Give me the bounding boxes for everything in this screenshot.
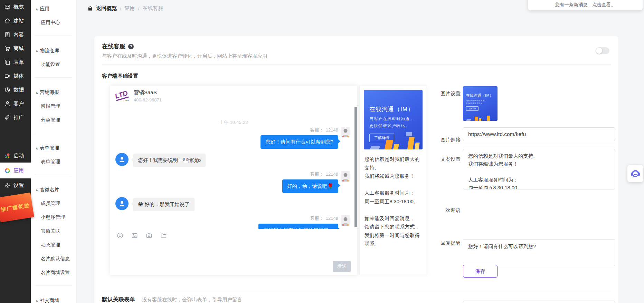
chat-message-agent: 客服：12148 已经很久没有收到您的消息了， [115, 215, 350, 229]
sidebar-item-label: 概览 [13, 4, 24, 10]
agent-bubble: 好的，亲，请说吧🌹 [282, 179, 338, 193]
chevron-up-icon: ∧ [36, 49, 38, 53]
sidebar-item-forms[interactable]: 表单 [0, 55, 31, 69]
image-setting-thumbnail[interactable]: 在线沟通（IM） 与客户在线即时沟通， 更快促进客户转化。 了解详情 [463, 86, 498, 121]
submenu-item-function-settings[interactable]: 功能设置 [31, 57, 76, 71]
sidebar-item-promotion[interactable]: 推广 [0, 110, 31, 124]
default-form-title: 默认关联表单 [102, 296, 135, 303]
primary-sidebar: 概览 建站 内容 商城 表单 媒体 数据 客户 推广 启动 应用 [0, 0, 31, 303]
user-bubble: 您好！我需要说明一些情况o [133, 154, 206, 167]
new-message-toast[interactable]: 您有一条新消息，点击查看。 [528, 0, 643, 10]
folder-icon[interactable] [160, 232, 167, 239]
agent-avatar [341, 127, 350, 137]
paperclip-icon [4, 115, 10, 120]
agent-label: 客服： [310, 127, 324, 133]
online-service-settings-page: { "nav": { "items": ["概览","建站","内容","商城"… [0, 0, 644, 303]
image-icon[interactable] [131, 232, 138, 239]
chevron-up-icon: ∧ [36, 188, 38, 192]
chat-scrollbar-thumb[interactable] [354, 107, 357, 227]
submenu-item-form-management[interactable]: 表单管理 [31, 155, 76, 168]
user-bubble: 😁 好的，那我开始说了 [133, 198, 195, 211]
im-promo-card[interactable]: 在线沟通（IM） 与客户在线即时沟通， 更快促进客户转化。 了解详情 [364, 90, 423, 149]
submenu-item-member-management[interactable]: 成员管理 [31, 196, 76, 210]
sidebar-item-data[interactable]: 数据 [0, 83, 31, 97]
chat-timestamp: 上午 10.45.22 [110, 119, 357, 126]
submenu-group-wechat-card[interactable]: ∧官微名片 [31, 183, 76, 196]
breadcrumb-current: 在线客服 [142, 5, 163, 12]
sidebar-item-apps[interactable]: 应用 [0, 163, 31, 178]
chat-body: 上午 10.45.22 客服：12148 您好！请问有什么可以帮到您? [110, 106, 357, 275]
submenu-item-poster-management[interactable]: 海报管理 [31, 99, 76, 113]
sidebar-item-overview[interactable]: 概览 [0, 0, 31, 14]
emoji-icon[interactable] [117, 232, 123, 239]
floating-kefu-widget[interactable] [627, 165, 643, 182]
chat-message-user: 您好！我需要说明一些情况o [115, 153, 350, 167]
reply-reminder-label: 回复提醒 [426, 240, 461, 246]
submenu-item-card-default-info[interactable]: 名片默认信息 [31, 252, 76, 265]
sidebar-item-launch[interactable]: 启动 [0, 149, 31, 163]
submenu-item-miniprogram-management[interactable]: 小程序管理 [31, 210, 76, 224]
chevron-up-icon: ∧ [36, 299, 38, 303]
reply-reminder-textarea[interactable]: 已经很久没有收到您的消息了，您还有其他需要咨询的吗? [463, 301, 615, 303]
gear-icon [4, 183, 10, 188]
agent-bubble: 已经很久没有收到您的消息了， [258, 224, 338, 229]
submenu-divider [35, 77, 72, 78]
sidebar-item-site[interactable]: 建站 [0, 14, 31, 28]
submenu-divider [35, 285, 72, 286]
im-promo-line2: 更快促进客户转化。 [369, 123, 423, 128]
welcome-textarea[interactable]: 您好！请问有什么可以帮到您? [463, 239, 615, 266]
video-icon [4, 73, 10, 79]
sidebar-item-media[interactable]: 媒体 [0, 69, 31, 83]
online-service-toggle[interactable] [596, 47, 609, 54]
welcome-label: 欢迎语 [426, 207, 461, 214]
sidebar-item-label: 启动 [13, 153, 24, 159]
breadcrumb-apps-link[interactable]: 应用 [124, 5, 135, 12]
submenu-item-card-mall-settings[interactable]: 名片商城设置 [31, 265, 76, 279]
reply-reminder-field: 已经很久没有收到您的消息了，您还有其他需要咨询的吗? [463, 301, 644, 303]
copy-setting-field: 您的信赖是对我们最大的支持, 我们将竭诚为您服务！ 人工客服服务时间为： 周一至… [463, 149, 644, 191]
save-button[interactable]: 保存 [463, 265, 498, 278]
agent-avatar [341, 171, 350, 182]
sidebar-item-label: 内容 [13, 31, 24, 38]
submenu-group-social-mall[interactable]: ∧社交商城 [31, 293, 76, 303]
ltd-logo: LTD .com [115, 88, 130, 104]
promotion-reward-badge[interactable]: 推广赚奖励 [0, 193, 34, 223]
submenu-group-form-management[interactable]: ∧表单管理 [31, 141, 76, 155]
submenu-item-activity-management[interactable]: 动态管理 [31, 238, 76, 252]
chat-brand-name: 营销SaaS [134, 89, 162, 96]
sidebar-item-customers[interactable]: 客户 [0, 97, 31, 110]
sidebar-item-content[interactable]: 内容 [0, 28, 31, 41]
submenu-group-apps[interactable]: ∧应用 [31, 2, 76, 16]
toast-text: 您有一条新消息，点击查看。 [555, 2, 616, 8]
send-button[interactable]: 发送 [333, 261, 351, 272]
copy-setting-textarea[interactable]: 您的信赖是对我们最大的支持, 我们将竭诚为您服务！ 人工客服服务时间为： 周一至… [463, 149, 615, 189]
submenu-item-category-management[interactable]: 分类管理 [31, 113, 76, 127]
sidebar-item-label: 设置 [13, 182, 24, 189]
sidebar-item-settings[interactable]: 设置 [0, 178, 31, 192]
agent-id: 12148 [326, 127, 338, 133]
submenu-item-app-center[interactable]: 应用中心 [31, 16, 76, 29]
chat-messages: 客服：12148 您好！请问有什么可以帮到您? 您好！我需要说明一些情况o [115, 127, 350, 229]
main-content: 返回概览 / 应用 / 在线客服 您有一条新消息，点击查看。 在线客服 ? 与客… [76, 0, 644, 303]
chat-message-agent: 客服：12148 您好！请问有什么可以帮到您? [115, 127, 350, 149]
headset-smiley-icon [629, 167, 642, 180]
submenu-item-wechat-link[interactable]: 官微关联 [31, 224, 76, 238]
secondary-sidebar: ∧应用 应用中心 ∧物流仓库 功能设置 ∧营销海报 海报管理 分类管理 ∧表单管… [31, 0, 76, 303]
sidebar-item-label: 数据 [13, 87, 24, 93]
sidebar-item-label: 建站 [13, 18, 24, 24]
agent-id: 12148 [326, 172, 338, 177]
submenu-group-posters[interactable]: ∧营销海报 [31, 85, 76, 99]
breadcrumb-separator: / [138, 6, 139, 11]
chevron-up-icon: ∧ [36, 7, 38, 11]
camera-icon[interactable] [146, 232, 152, 239]
user-avatar [115, 197, 129, 210]
agent-avatar [341, 215, 350, 226]
help-icon[interactable]: ? [128, 44, 134, 49]
breadcrumb-back-link[interactable]: 返回概览 [96, 5, 117, 12]
sidebar-item-mall[interactable]: 商城 [0, 41, 31, 55]
launch-icon [4, 153, 10, 159]
submenu-group-logistics[interactable]: ∧物流仓库 [31, 43, 76, 57]
copy-setting-label: 文案设置 [426, 156, 461, 163]
image-link-input[interactable] [463, 127, 615, 141]
toggle-knob [596, 48, 602, 54]
